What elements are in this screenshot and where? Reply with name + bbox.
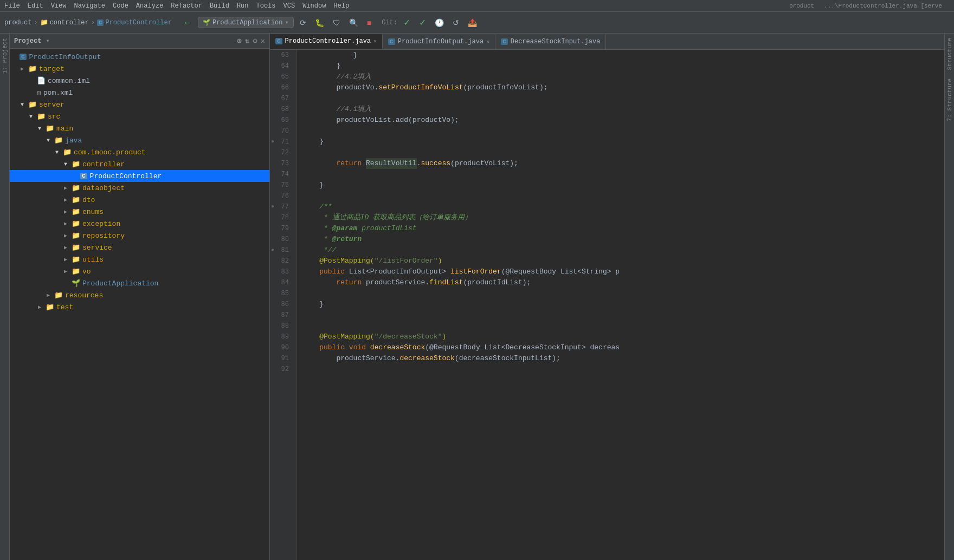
- structure-tab-label-2[interactable]: 7: Structure: [945, 74, 955, 126]
- code-line-74: [302, 169, 939, 180]
- tree-arrow: ▶: [64, 232, 72, 239]
- structure-tab-label[interactable]: Structure: [945, 34, 955, 74]
- folder-icon: 📁: [37, 112, 46, 121]
- tab-decreasestockinput[interactable]: C DecreaseStockInput.java: [495, 34, 606, 49]
- tree-item-utils[interactable]: ▶ 📁 utils: [10, 253, 269, 265]
- menu-code[interactable]: Code: [113, 2, 128, 10]
- tree-item-pom-xml[interactable]: m pom.xml: [10, 87, 269, 99]
- code-content[interactable]: } } //4.2填入 productVo.setProductInfoVoLi…: [297, 50, 944, 560]
- tree-item-server[interactable]: ▼ 📁 server: [10, 99, 269, 110]
- left-sidebar-tabs: 1: Project: [0, 34, 10, 560]
- breadcrumb-controller-folder[interactable]: 📁controller: [40, 18, 89, 27]
- profile-button[interactable]: 🔍: [346, 17, 361, 28]
- run-config-label: ProductApplication: [212, 19, 283, 27]
- menu-file[interactable]: File: [4, 2, 20, 10]
- close-panel-icon[interactable]: ✕: [261, 36, 265, 45]
- tree-item-label: target: [39, 65, 65, 73]
- tree-item-label: controller: [82, 160, 125, 168]
- tree-arrow: ▼: [21, 102, 28, 108]
- tree-item-resources[interactable]: ▶ 📁 resources: [10, 289, 269, 301]
- tab-class-icon: C: [388, 38, 395, 45]
- tree-item-enums[interactable]: ▶ 📁 enums: [10, 206, 269, 218]
- file-icon: m: [37, 89, 41, 97]
- run-config-dropdown[interactable]: 🌱 ProductApplication ▾: [198, 17, 294, 28]
- git-check-button[interactable]: ✓: [401, 16, 413, 29]
- tree-item-label: ProductInfoOutput: [29, 53, 101, 61]
- folder-icon: 📁: [72, 231, 80, 240]
- tree-item-label: src: [48, 113, 60, 121]
- tree-item-src[interactable]: ▼ 📁 src: [10, 110, 269, 122]
- tree-item-productcontroller[interactable]: C ProductController: [10, 170, 269, 182]
- panel-dropdown-icon[interactable]: ▾: [46, 37, 49, 45]
- code-line-66: productVo.setProductInfoVoList(productIn…: [302, 82, 939, 93]
- git-history-button[interactable]: 🕐: [432, 17, 447, 28]
- code-line-92: [302, 364, 939, 375]
- git-push-button[interactable]: 📤: [465, 17, 480, 28]
- tree-item-service[interactable]: ▶ 📁 service: [10, 242, 269, 253]
- tree-item-target[interactable]: ▶ 📁 target: [10, 63, 269, 75]
- rebuild-button[interactable]: ⟳: [297, 17, 309, 28]
- code-line-63: }: [302, 50, 939, 61]
- menu-vcs[interactable]: VCS: [283, 2, 295, 10]
- tree-item-main[interactable]: ▼ 📁 main: [10, 122, 269, 134]
- code-line-84: return productService.findList(productId…: [302, 277, 939, 288]
- coverage-button[interactable]: 🛡: [330, 17, 343, 28]
- locate-icon[interactable]: ⊕: [237, 36, 241, 45]
- back-button[interactable]: ←: [181, 17, 195, 29]
- tree-arrow: ▶: [64, 185, 72, 191]
- tree-item-package[interactable]: ▼ 📁 com.imooc.product: [10, 146, 269, 158]
- tree-item-dto[interactable]: ▶ 📁 dto: [10, 194, 269, 206]
- breadcrumb-class[interactable]: CProductController: [97, 19, 172, 27]
- code-line-77: /**: [302, 201, 939, 212]
- gutter-line-84: 84: [270, 277, 292, 288]
- tree-item-productinfooutput[interactable]: C ProductInfoOutput: [10, 51, 269, 63]
- folder-icon: 📁: [28, 100, 37, 109]
- menu-refactor[interactable]: Refactor: [171, 2, 202, 10]
- collapse-icon[interactable]: ⇅: [245, 36, 249, 45]
- code-line-82: @PostMapping("/listForOrder"): [302, 256, 939, 266]
- gutter-line-69: 69: [270, 115, 292, 126]
- code-line-67: [302, 93, 939, 104]
- project-tab-label[interactable]: 1: Project: [0, 34, 10, 78]
- breadcrumb-product[interactable]: product: [4, 19, 31, 27]
- debug-button[interactable]: 🐛: [312, 17, 327, 28]
- menu-window[interactable]: Window: [302, 2, 326, 10]
- menu-build[interactable]: Build: [210, 2, 229, 10]
- tab-bar: C ProductController.java ✕ C ProductInfo…: [270, 34, 944, 50]
- tree-item-controller[interactable]: ▼ 📁 controller: [10, 158, 269, 170]
- code-line-69: productVoList.add(productVo);: [302, 115, 939, 126]
- tree-item-repository[interactable]: ▶ 📁 repository: [10, 230, 269, 242]
- gutter-line-71: 71●: [270, 136, 292, 147]
- tab-close-button[interactable]: ✕: [486, 38, 489, 45]
- menu-edit[interactable]: Edit: [28, 2, 43, 10]
- git-revert-button[interactable]: ↺: [450, 17, 462, 28]
- tree-item-exception[interactable]: ▶ 📁 exception: [10, 218, 269, 230]
- menu-tools[interactable]: Tools: [256, 2, 276, 10]
- menu-view[interactable]: View: [51, 2, 67, 10]
- tree-item-label: com.imooc.product: [74, 148, 146, 157]
- gutter-line-75: 75: [270, 180, 292, 191]
- settings-icon[interactable]: ⚙: [253, 36, 257, 45]
- tree-item-java[interactable]: ▼ 📁 java: [10, 134, 269, 146]
- stop-button[interactable]: ■: [364, 17, 374, 28]
- menu-navigate[interactable]: Navigate: [74, 2, 105, 10]
- tree-item-test[interactable]: ▶ 📁 test: [10, 301, 269, 313]
- menu-analyze[interactable]: Analyze: [136, 2, 163, 10]
- git-check2-button[interactable]: ✓: [416, 16, 429, 29]
- tree-item-dataobject[interactable]: ▶ 📁 dataobject: [10, 182, 269, 194]
- tab-close-button[interactable]: ✕: [373, 38, 377, 44]
- menu-help[interactable]: Help: [333, 2, 349, 10]
- tree-item-label: repository: [82, 232, 125, 240]
- tab-productcontroller[interactable]: C ProductController.java ✕: [270, 34, 383, 49]
- menu-run[interactable]: Run: [237, 2, 249, 10]
- tree-item-label: ProductController: [90, 172, 162, 180]
- tree-item-vo[interactable]: ▶ 📁 vo: [10, 265, 269, 277]
- tree-item-common-iml[interactable]: 📄 common.iml: [10, 75, 269, 87]
- tree-arrow: ▶: [64, 256, 72, 263]
- panel-header: Project ▾ ⊕ ⇅ ⚙ ✕: [10, 34, 269, 49]
- tree-item-label: dto: [82, 196, 95, 204]
- gutter-line-87: 87: [270, 310, 292, 321]
- tab-label: ProductInfoOutput.java: [398, 38, 484, 45]
- tab-productinfooutput[interactable]: C ProductInfoOutput.java ✕: [383, 34, 495, 49]
- tree-item-productapplication[interactable]: 🌱 ProductApplication: [10, 277, 269, 289]
